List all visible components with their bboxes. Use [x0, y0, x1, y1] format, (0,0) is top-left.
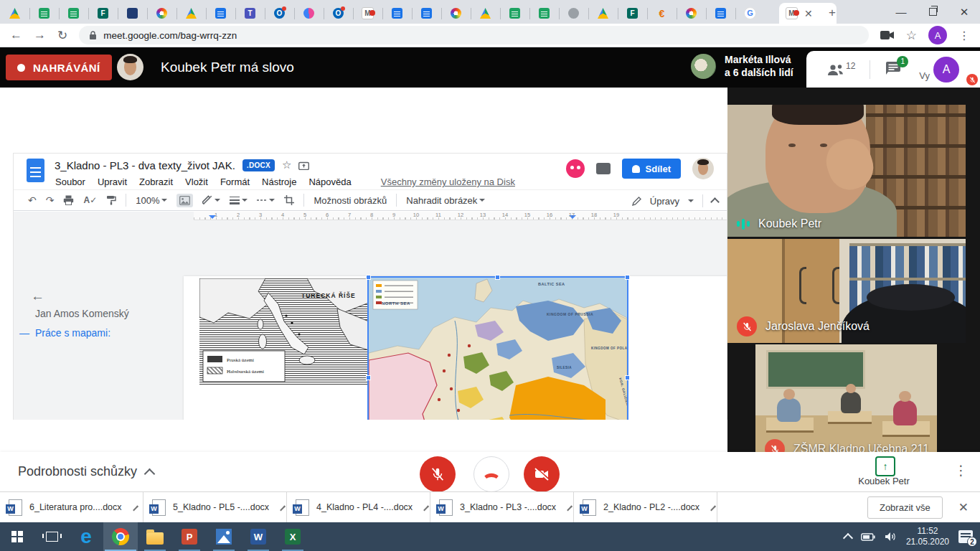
chrome-icon[interactable] [103, 522, 138, 551]
browser-tab[interactable] [206, 4, 235, 23]
menu-nastroje[interactable]: Nástroje [262, 176, 296, 187]
outline-item-active[interactable]: Práce s mapami: [35, 327, 110, 339]
outline-back-icon[interactable]: ← [31, 288, 44, 304]
excel-icon[interactable]: X [275, 522, 310, 551]
menu-zobrazit[interactable]: Zobrazit [139, 176, 173, 187]
border-dash-icon[interactable] [257, 196, 275, 204]
tray-expand-icon[interactable] [843, 533, 853, 543]
more-options-icon[interactable]: ⋮ [954, 462, 968, 479]
document-title[interactable]: 3_Kladno - PL3 - dva texty_život JAK. [55, 159, 235, 171]
browser-tab[interactable]: F [88, 4, 118, 23]
browser-tab[interactable] [412, 4, 441, 23]
redo-icon[interactable]: ↷ [46, 194, 55, 206]
browser-tab[interactable] [500, 4, 529, 23]
download-chevron-icon[interactable] [280, 506, 286, 512]
undo-icon[interactable]: ↶ [28, 194, 37, 206]
move-folder-icon[interactable] [298, 161, 309, 170]
download-item[interactable]: W3_Kladno - PL3 -....docx [430, 492, 574, 522]
menu-soubor[interactable]: Soubor [55, 176, 85, 187]
self-view[interactable]: Vy A [919, 57, 959, 83]
image-options-button[interactable]: Možnosti obrázků [314, 195, 387, 206]
new-tab-button[interactable]: + [829, 6, 836, 20]
browser-tab[interactable] [382, 4, 412, 23]
download-chevron-icon[interactable] [423, 506, 429, 512]
restore-button[interactable] [917, 0, 948, 24]
browser-menu-icon[interactable]: ⋮ [958, 29, 970, 42]
bw-map-image[interactable]: TURECKÁ ŘÍŠE Pruská území Habsburská úze… [199, 278, 369, 385]
task-view-button[interactable] [34, 522, 69, 551]
download-chevron-icon[interactable] [710, 506, 716, 512]
download-chevron-icon[interactable] [567, 506, 573, 512]
reload-icon[interactable]: ↻ [57, 28, 67, 43]
presenting-icon[interactable]: ↑ [875, 456, 895, 476]
download-item[interactable]: W5_Kladno - PL5 -....docx [143, 492, 287, 522]
show-all-downloads-button[interactable]: Zobrazit vše [867, 496, 943, 519]
menu-format[interactable]: Formát [220, 176, 250, 187]
star-icon[interactable]: ☆ [282, 159, 291, 171]
border-color-icon[interactable] [202, 195, 220, 205]
action-center-icon[interactable]: 2 [958, 530, 973, 543]
selection-handle[interactable] [625, 375, 630, 380]
browser-tab[interactable] [588, 4, 618, 23]
browser-tab[interactable] [706, 4, 735, 23]
mode-dropdown-icon[interactable] [688, 199, 694, 205]
browser-tab[interactable] [0, 4, 29, 23]
browser-tab[interactable] [118, 4, 147, 23]
taskbar-clock[interactable]: 11:52 21.05.2020 [906, 526, 949, 547]
pink-mascot-icon[interactable] [566, 159, 585, 178]
browser-tab[interactable] [441, 4, 471, 23]
active-browser-tab[interactable]: M ✕ [779, 3, 837, 24]
browser-tab[interactable]: F [618, 4, 647, 23]
paint-format-icon[interactable] [106, 195, 116, 205]
image-mode-button[interactable] [176, 194, 193, 207]
browser-tab[interactable] [147, 4, 176, 23]
menu-vlozit[interactable]: Vložit [185, 176, 208, 187]
hangup-button[interactable] [473, 456, 509, 492]
edge-icon[interactable]: e [69, 522, 103, 551]
screen-capture-icon[interactable] [880, 30, 895, 40]
browser-tab[interactable] [176, 4, 206, 23]
ruler[interactable]: 12345678910111213141516171819 [194, 212, 727, 220]
chat-button[interactable]: 1 [885, 61, 902, 78]
account-avatar[interactable] [692, 158, 714, 179]
close-window-button[interactable]: ✕ [948, 0, 980, 24]
photos-icon[interactable] [207, 522, 241, 551]
browser-tab[interactable] [559, 4, 588, 23]
meeting-details-button[interactable]: Podrobnosti schůzky [18, 452, 154, 491]
editing-mode-label[interactable]: Úpravy [650, 196, 679, 207]
browser-tab[interactable] [471, 4, 500, 23]
browser-tab[interactable]: T [235, 4, 265, 23]
forward-icon[interactable]: → [34, 28, 46, 42]
word-icon[interactable]: W [241, 522, 275, 551]
back-icon[interactable]: ← [10, 28, 22, 42]
color-map-image[interactable]: NORTH SEA BALTIC SEA KINGDOM OF PRUSSIA … [369, 278, 627, 420]
selection-handle[interactable] [366, 375, 371, 380]
browser-tab[interactable]: O [265, 4, 294, 23]
menu-upravit[interactable]: Upravit [98, 176, 127, 187]
browser-tab[interactable] [677, 4, 706, 23]
file-explorer-icon[interactable] [138, 522, 172, 551]
camera-off-button[interactable] [524, 456, 560, 492]
comments-icon[interactable] [596, 163, 611, 174]
video-tile-koubek[interactable]: Koubek Petr [727, 105, 966, 237]
powerpoint-icon[interactable]: P [172, 522, 207, 551]
selection-handle[interactable] [625, 275, 630, 280]
address-bar[interactable]: meet.google.com/bag-wrrq-zzn [79, 26, 869, 44]
tab-close-icon[interactable]: ✕ [804, 8, 813, 19]
download-item[interactable]: W4_Kladno - PL4 -....docx [287, 492, 430, 522]
start-button[interactable] [0, 522, 34, 551]
saved-status[interactable]: Všechny změny uloženy na Disk [381, 176, 515, 187]
selection-handle[interactable] [366, 275, 371, 280]
browser-tab[interactable]: € [647, 4, 677, 23]
share-button[interactable]: Sdílet [622, 159, 681, 179]
browser-tab[interactable]: G [735, 4, 765, 23]
selection-handle[interactable] [495, 275, 500, 280]
video-tile-classroom[interactable]: ZŠMR Kladno Učebna 211 [755, 344, 937, 452]
outline-item-heading[interactable]: Jan Amos Komenský [35, 308, 129, 319]
crop-icon[interactable] [284, 195, 294, 205]
battery-icon[interactable] [861, 533, 875, 541]
border-weight-icon[interactable] [230, 196, 248, 204]
download-item[interactable]: W2_Kladno - PL2 -....docx [574, 492, 717, 522]
browser-tab[interactable] [59, 4, 88, 23]
replace-image-button[interactable]: Nahradit obrázek [406, 195, 485, 206]
